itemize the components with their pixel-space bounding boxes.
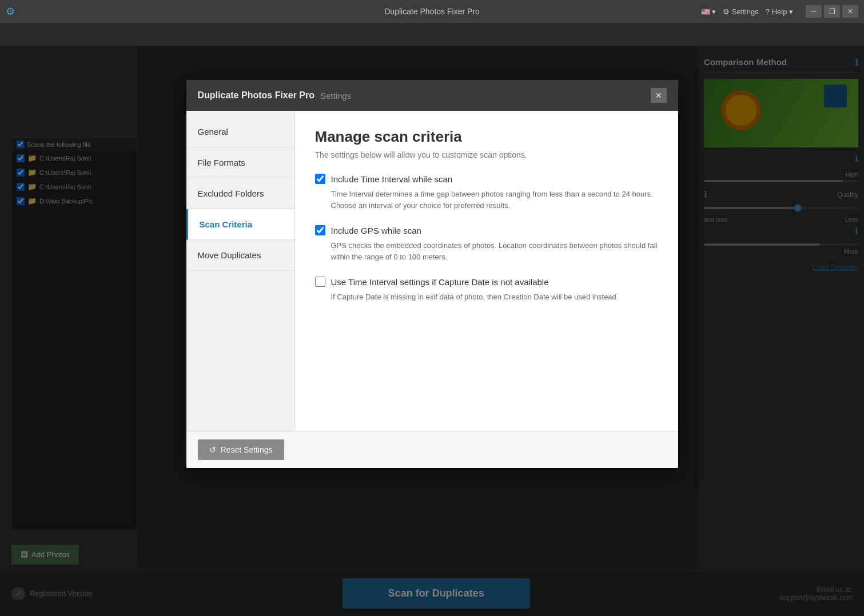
time-interval-desc: Time Interval determines a time gap betw… xyxy=(315,189,658,211)
nav-label-file-formats: File Formats xyxy=(198,158,245,167)
gps-label: Include GPS while scan xyxy=(331,226,421,235)
reset-settings-button[interactable]: ↺ Reset Settings xyxy=(198,439,284,460)
minimize-button[interactable]: ─ xyxy=(806,5,822,18)
time-interval-checkbox[interactable] xyxy=(315,174,325,184)
nav-item-file-formats[interactable]: File Formats xyxy=(186,147,294,178)
time-interval-label: Include Time Interval while scan xyxy=(331,174,453,184)
content-subtitle: The settings below will allow you to cus… xyxy=(315,150,658,159)
app-logo-small: ⚙ xyxy=(6,5,15,18)
modal-footer: ↺ Reset Settings xyxy=(186,431,678,468)
reset-label: Reset Settings xyxy=(221,445,273,454)
nav-item-scan-criteria[interactable]: Scan Criteria xyxy=(186,209,294,240)
modal-subtitle: Settings xyxy=(320,91,351,101)
settings-modal: Duplicate Photos Fixer Pro Settings ✕ Ge… xyxy=(186,80,678,468)
gps-checkbox[interactable] xyxy=(315,225,325,235)
restore-button[interactable]: ❐ xyxy=(824,5,840,18)
reset-icon: ↺ xyxy=(209,445,216,454)
modal-app-name: Duplicate Photos Fixer Pro xyxy=(198,90,314,101)
option-capture-date-header: Use Time Interval settings if Capture Da… xyxy=(315,277,658,287)
modal-content-area: Manage scan criteria The settings below … xyxy=(295,111,678,431)
nav-item-excluded-folders[interactable]: Excluded Folders xyxy=(186,178,294,209)
title-bar: ⚙ Duplicate Photos Fixer Pro 🇺🇸 ▾ ⚙ Sett… xyxy=(0,0,864,23)
content-title: Manage scan criteria xyxy=(315,128,658,146)
main-background: Scans the following file 📁 C:\Users\Raj … xyxy=(0,23,864,616)
title-bar-right: 🇺🇸 ▾ ⚙ Settings ? Help ▾ ─ ❐ ✕ xyxy=(701,5,858,18)
option-gps: Include GPS while scan GPS checks the em… xyxy=(315,225,658,262)
help-link[interactable]: ? Help ▾ xyxy=(766,7,793,16)
window-title: Duplicate Photos Fixer Pro xyxy=(384,7,480,16)
modal-overlay: Duplicate Photos Fixer Pro Settings ✕ Ge… xyxy=(0,46,864,616)
nav-item-move-duplicates[interactable]: Move Duplicates xyxy=(186,240,294,271)
window-controls: ─ ❐ ✕ xyxy=(806,5,858,18)
modal-body: General File Formats Excluded Folders Sc… xyxy=(186,111,678,431)
capture-date-desc: If Capture Date is missing in exif data … xyxy=(315,291,658,303)
option-time-interval: Include Time Interval while scan Time In… xyxy=(315,174,658,211)
nav-item-general[interactable]: General xyxy=(186,117,294,147)
nav-label-scan-criteria: Scan Criteria xyxy=(200,219,253,229)
modal-title-bar: Duplicate Photos Fixer Pro Settings ✕ xyxy=(186,80,678,111)
capture-date-label: Use Time Interval settings if Capture Da… xyxy=(331,277,549,287)
nav-label-excluded-folders: Excluded Folders xyxy=(198,189,264,198)
settings-link[interactable]: ⚙ Settings xyxy=(723,7,759,16)
gps-desc: GPS checks the embedded coordinates of p… xyxy=(315,240,658,262)
modal-close-button[interactable]: ✕ xyxy=(651,88,667,103)
modal-title-text: Duplicate Photos Fixer Pro Settings xyxy=(198,90,352,101)
flag-icon[interactable]: 🇺🇸 ▾ xyxy=(701,7,716,16)
nav-label-move-duplicates: Move Duplicates xyxy=(198,250,261,260)
modal-sidebar: General File Formats Excluded Folders Sc… xyxy=(186,111,295,431)
option-capture-date: Use Time Interval settings if Capture Da… xyxy=(315,277,658,303)
capture-date-checkbox[interactable] xyxy=(315,277,325,287)
option-gps-header: Include GPS while scan xyxy=(315,225,658,235)
close-button[interactable]: ✕ xyxy=(842,5,858,18)
option-time-interval-header: Include Time Interval while scan xyxy=(315,174,658,184)
nav-label-general: General xyxy=(198,127,228,137)
